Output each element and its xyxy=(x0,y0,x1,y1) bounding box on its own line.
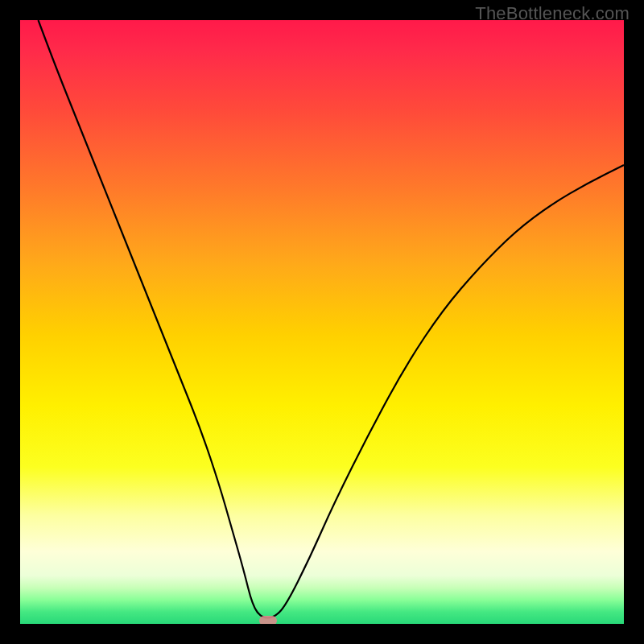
bottleneck-curve xyxy=(39,20,625,618)
minimum-marker xyxy=(259,616,277,624)
watermark-text: TheBottleneck.com xyxy=(475,3,630,24)
curve-svg xyxy=(20,20,624,624)
plot-area xyxy=(20,20,624,624)
